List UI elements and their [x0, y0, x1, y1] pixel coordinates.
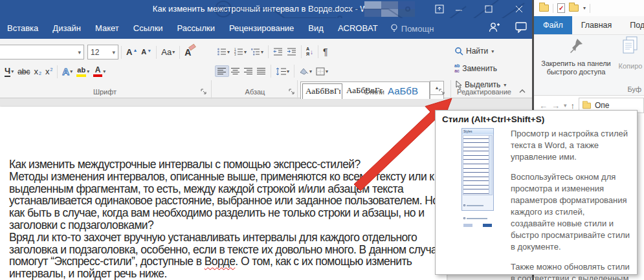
font-dialog-launcher[interactable]	[199, 87, 208, 96]
explorer-tab-file[interactable]: Файл	[534, 16, 572, 34]
misspelled-word: Ворде	[205, 255, 236, 268]
checked-document-icon[interactable]	[557, 3, 565, 13]
tab-mailings[interactable]: Рассылки	[170, 18, 222, 39]
document-page[interactable]: Как изменить междустрочные интервалы с п…	[0, 107, 447, 280]
folder-icon[interactable]	[539, 5, 549, 12]
editing-group-label: Редактирование	[452, 88, 516, 96]
forward-arrow-icon[interactable]: →	[551, 101, 560, 111]
text-line: помогут “Экспресс-стили”, доступные в Во…	[9, 255, 444, 268]
copy-icon	[622, 36, 639, 56]
text-line: Как изменить междустрочные интервалы с п…	[9, 158, 444, 171]
tab-view[interactable]: Вид	[301, 18, 331, 39]
title-bar: Как изменить межстрочный интервал в Ворд…	[0, 0, 533, 18]
styles-group-label: Стили	[299, 88, 449, 96]
folder-icon	[583, 102, 591, 108]
tab-review[interactable]: Рецензирование	[222, 18, 301, 39]
tell-me-tab[interactable]: Помощн	[385, 24, 439, 34]
chevron-down-icon[interactable]: ▾	[564, 102, 567, 109]
close-button[interactable]	[509, 0, 529, 18]
ribbon-display-options-icon[interactable]	[430, 0, 449, 18]
text-line: Вряд ли кто-то захочет вручную устанавли…	[9, 232, 444, 244]
ribbon-tab-row: Вставка Дизайн Макет Ссылки Рассылки Рец…	[0, 18, 533, 39]
lightbulb-icon	[390, 24, 398, 33]
address-text: Опе	[595, 101, 610, 110]
tab-insert[interactable]: Вставка	[0, 18, 45, 39]
styles-dialog-launcher[interactable]	[438, 87, 447, 96]
share-icon[interactable]	[487, 21, 500, 34]
styles-pane-thumbnail: Styles	[461, 128, 494, 211]
paragraph-dialog-launcher[interactable]	[287, 87, 296, 96]
folder-icon[interactable]	[569, 5, 579, 12]
up-arrow-icon[interactable]: ↑	[571, 101, 575, 111]
tell-me-label: Помощн	[401, 24, 434, 34]
document-text: Как изменить междустрочные интервалы с п…	[9, 158, 444, 280]
text-line: заголовка и подзаголовка, особенно, если…	[9, 244, 444, 256]
styles-tooltip: Стили (Alt+Ctrl+Shift+S) Styles Просмотр…	[435, 110, 638, 275]
maximize-button[interactable]	[479, 0, 498, 18]
tab-layout[interactable]: Макет	[88, 18, 126, 39]
text-line: устанавливается одинаковое расстояние, в…	[9, 195, 444, 207]
text-line: интервалы, и пойдет речь ниже.	[9, 268, 444, 280]
explorer-tab-row: Файл Главная Поде.	[534, 16, 644, 35]
text-line: как быть в случае, когда вам необходимо …	[9, 207, 444, 219]
chevron-down-icon[interactable]: ▾	[583, 5, 586, 11]
pin-to-quick-access-button[interactable]: Закрепить на панелибыстрого доступа	[535, 38, 617, 76]
ribbon: ▾ 12▾ А▲ А▼ Аа▾ А Ч▾ abc x2 x2 А▾ ab▾ А▾	[0, 39, 533, 98]
collapse-ribbon-button[interactable]	[518, 87, 527, 96]
text-line: заголовки с подзаголовками?	[9, 219, 444, 232]
font-group-label: Шрифт	[0, 88, 210, 96]
back-arrow-icon[interactable]: ←	[539, 101, 548, 111]
text-line: Методы изменения интервалов, описанные в…	[9, 171, 444, 183]
minimize-button[interactable]	[449, 0, 469, 18]
copy-button[interactable]: Копиро	[617, 36, 644, 70]
tab-design[interactable]: Дизайн	[45, 18, 88, 39]
pushpin-icon	[568, 38, 584, 54]
paragraph-group-label: Абзац	[214, 88, 296, 96]
clipboard-group-label: Буф	[628, 85, 641, 93]
explorer-tab-home[interactable]: Главная	[572, 16, 621, 34]
explorer-quick-access-toolbar: ▾	[534, 0, 644, 16]
comments-icon[interactable]	[515, 21, 527, 34]
tab-acrobat[interactable]: ACROBAT	[331, 18, 385, 39]
tooltip-text: Просмотр и настройка стилей текста в Wor…	[511, 128, 630, 280]
censored-region	[364, 1, 415, 17]
explorer-tab-share[interactable]: Поде.	[621, 16, 644, 34]
explorer-ribbon: Закрепить на панелибыстрого доступа Копи…	[534, 35, 644, 96]
tooltip-title: Стили (Alt+Ctrl+Shift+S)	[442, 114, 630, 124]
tab-references[interactable]: Ссылки	[126, 18, 170, 39]
text-line: выделенным фрагментам, то есть, между ка…	[9, 183, 444, 195]
